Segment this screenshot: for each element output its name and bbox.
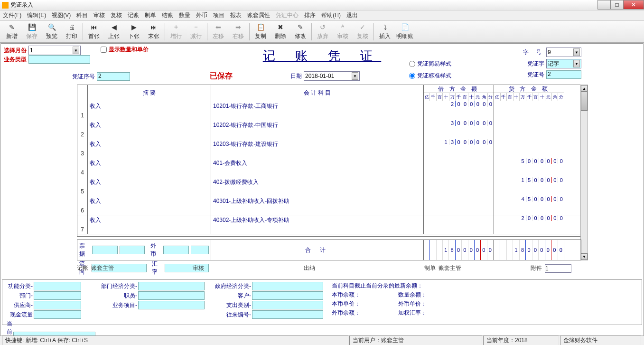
menu-17[interactable]: 退出 [346,11,358,19]
maximize-button[interactable]: □ [610,0,624,10]
voucher-title: 记 账 凭 证 [263,48,382,64]
total-label: 合 计 [211,240,424,260]
attach-input[interactable] [545,264,571,273]
word-no-combo[interactable]: 9▼ [546,48,581,57]
table-row[interactable]: 7收入40302-上级补助收入-专项补助2000000 [77,215,581,234]
menu-12[interactable]: 报表 [230,11,242,19]
menu-0[interactable]: 文件(F) [3,11,21,19]
bizitem-input[interactable] [138,301,205,309]
tb-增行: ＋增行 [166,22,186,42]
app-icon [2,2,9,9]
style-simple-radio[interactable]: 凭证简易样式 [409,60,451,68]
total-credit: 18000000 [494,240,564,260]
tb-减行: －减行 [186,22,206,42]
col-account: 会 计 科 目 [211,85,424,101]
grid-footer: 票据 外币 流向 汇率 合 计 18000000 18000000 [77,240,581,260]
fc-input2[interactable] [191,246,209,254]
biz-type-label: 业务类型 [4,56,27,64]
menu-16[interactable]: 帮助(H) [321,11,341,19]
word-no-label: 字 号 [523,48,544,57]
menu-6[interactable]: 记账 [128,11,139,19]
menu-3[interactable]: 科目 [76,11,88,19]
show-qty-label: 显示数量和单价 [109,46,149,54]
signature-row: 记帐账套主管 审核 出纳 制单账套主管 附件 [77,264,581,273]
table-row[interactable]: 1收入10201-银行存款-工商银行2000000 [77,101,581,120]
bill-input2[interactable] [120,246,145,254]
fc-input1[interactable] [163,246,189,254]
tb-预览[interactable]: 🔍预览 [42,22,62,42]
放弃-icon: ↺ [318,23,327,31]
date-combo[interactable]: 2018-01-01▼ [304,71,360,81]
bill-label: 票据 [79,242,90,258]
tb-打印[interactable]: 🖨打印 [62,22,82,42]
style-standard-radio[interactable]: 凭证标准样式 [409,72,451,80]
保存-icon: 💾 [28,23,36,31]
close-button[interactable]: ✕ [623,0,644,10]
current-year: 当前年度：2018 [483,335,559,345]
tb-下张[interactable]: ▶下张 [124,22,144,42]
末张-icon: ⏭ [149,23,158,31]
menu-7[interactable]: 制单 [145,11,156,19]
menu-1[interactable]: 编辑(E) [27,11,46,19]
menu-5[interactable]: 复核 [111,11,122,19]
tb-删除[interactable]: ✖删除 [271,22,290,42]
menu-13[interactable]: 账套属性 [247,11,270,19]
minimize-button[interactable]: — [597,0,611,10]
voucher-no-label: 凭证号 [527,71,544,79]
table-row[interactable]: 6收入40301-上级补助收入-回拨补助4500000 [77,196,581,215]
tb-复制[interactable]: 📋复制 [251,22,271,42]
menu-2[interactable]: 视图(V) [52,11,71,19]
tb-末张[interactable]: ⏭末张 [144,22,164,42]
table-row[interactable]: 4收入401-会费收入5000000 [77,158,581,177]
新增-icon: ✎ [8,23,16,31]
审核-icon: ᴬ [338,23,347,31]
bill-input1[interactable] [92,246,118,254]
voucher-no-input[interactable]: 2 [546,70,581,79]
exptype-input[interactable] [252,301,323,309]
emp-input[interactable] [138,291,205,300]
table-row[interactable]: 2收入10202-银行存款-中国银行3000000 [77,120,581,139]
func-input[interactable] [34,282,81,290]
插入-icon: ⤵ [381,23,389,31]
shortcut-hint: 快捷键: 新增: Ctrl+A 保存: Ctrl+S [2,335,348,345]
tb-新增[interactable]: ✎新增 [2,22,22,42]
明细账-icon: 📄 [401,23,409,31]
menu-10[interactable]: 外币 [196,11,207,19]
brand: 金簿财务软件 [560,335,641,345]
tb-修改[interactable]: ✎修改 [290,22,310,42]
grid-scrollbar[interactable]: ▲ ▼ [580,85,588,260]
col-credit: 贷 方 金 额 亿千百十万千百十元角分 [494,85,564,101]
corr-input[interactable] [252,310,323,319]
menu-8[interactable]: 结账 [162,11,173,19]
tb-插入[interactable]: ⤵插入 [375,22,395,42]
tb-上张[interactable]: ◀上张 [104,22,124,42]
voucher-seq-input[interactable]: 2 [97,72,130,81]
cust-input[interactable] [252,291,323,300]
biz-type-input[interactable] [28,55,90,64]
tb-明细账[interactable]: 📄明细账 [395,22,415,42]
首张-icon: ⏮ [90,23,98,31]
supp-input[interactable] [34,301,81,309]
status-bar: 快捷键: 新增: Ctrl+A 保存: Ctrl+S 当前用户：账套主管 当前年… [0,335,644,345]
select-month-label: 选择月份 [4,47,27,55]
tb-首张[interactable]: ⏮首张 [84,22,104,42]
voucher-word-combo[interactable]: 记字▼ [546,59,581,68]
table-row[interactable]: 3收入10203-银行存款-建设银行13000000 [77,139,581,158]
deptec-input[interactable] [138,282,205,290]
menu-9[interactable]: 数量 [179,11,190,19]
cash-input[interactable] [34,310,81,319]
上张-icon: ◀ [110,23,118,31]
menu-15[interactable]: 排序 [304,11,316,19]
预览-icon: 🔍 [47,23,56,31]
menu-14[interactable]: 凭证中心 [276,11,299,19]
menu-4[interactable]: 审核 [93,11,105,19]
govec-input[interactable] [252,282,323,290]
dept-input[interactable] [34,291,81,300]
total-debit: 18000000 [424,240,494,260]
saved-indicator: 已保存 [210,71,233,81]
menu-11[interactable]: 项目 [213,11,224,19]
voucher-seq-label: 凭证序号 [72,73,95,81]
table-row[interactable]: 5收入402-拨缴经费收入1500000 [77,177,581,196]
show-qty-checkbox[interactable] [101,47,107,53]
month-combo[interactable]: 1▼ [28,46,81,55]
